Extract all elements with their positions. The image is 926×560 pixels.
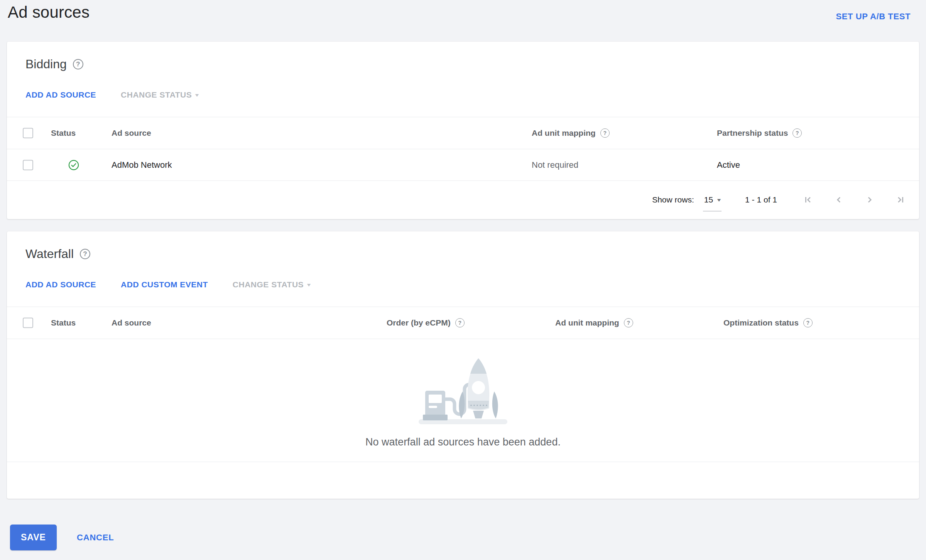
bidding-title: Bidding [25,57,67,71]
save-button[interactable]: SAVE [10,525,57,550]
help-icon[interactable]: ? [73,59,83,69]
ad-source-name: AdMob Network [112,160,172,170]
help-icon[interactable]: ? [80,249,90,259]
first-page-button[interactable] [803,194,813,205]
pagination-range: 1 - 1 of 1 [745,195,777,204]
column-order-by-ecpm-label: Order (by eCPM) [387,318,451,327]
chevron-down-icon: ▾ [717,197,721,202]
page-title: Ad sources [8,3,90,22]
chevron-down-icon: ▾ [195,92,199,98]
column-ad-unit-mapping-label: Ad unit mapping [532,128,596,138]
chevron-down-icon: ▾ [307,282,311,287]
waterfall-card: Waterfall ? ADD AD SOURCE ADD CUSTOM EVE… [7,231,919,499]
empty-state-message: No waterfall ad sources have been added. [365,436,561,448]
add-ad-source-button[interactable]: ADD AD SOURCE [25,280,96,289]
waterfall-title: Waterfall [25,247,74,261]
column-partnership-status: Partnership status ? [717,128,802,138]
column-optimization-status-label: Optimization status [723,318,799,327]
waterfall-table: Status Ad source Order (by eCPM) ? Ad un… [7,307,919,499]
select-all-checkbox[interactable] [23,128,33,138]
help-icon[interactable]: ? [803,318,813,327]
rocket-fuel-pump-illustration [417,353,509,426]
column-ad-unit-mapping: Ad unit mapping ? [532,128,610,138]
help-icon[interactable]: ? [793,128,802,138]
last-page-button[interactable] [895,194,906,205]
rows-per-page-select[interactable]: 15 ▾ [704,195,720,204]
partnership-status-value: Active [717,160,740,170]
previous-page-button[interactable] [833,194,844,205]
pagination-bar: Show rows: 15 ▾ 1 - 1 of 1 [7,181,919,218]
column-ad-source: Ad source [112,128,151,138]
waterfall-table-footer [7,462,919,499]
table-row: AdMob Network Not required Active [7,149,919,181]
change-status-button[interactable]: CHANGE STATUS ▾ [121,90,199,100]
next-page-button[interactable] [864,194,875,205]
help-icon[interactable]: ? [600,128,610,138]
column-status: Status [51,128,76,138]
setup-ab-test-link[interactable]: SET UP A/B TEST [836,12,911,22]
row-checkbox[interactable] [23,160,33,170]
cancel-button[interactable]: CANCEL [77,533,114,543]
waterfall-actions: ADD AD SOURCE ADD CUSTOM EVENT CHANGE ST… [7,280,919,290]
column-partnership-status-label: Partnership status [717,128,788,138]
waterfall-table-header: Status Ad source Order (by eCPM) ? Ad un… [7,307,919,339]
bidding-header: Bidding ? [7,42,919,71]
column-optimization-status: Optimization status ? [723,318,813,327]
bidding-actions: ADD AD SOURCE CHANGE STATUS ▾ [7,90,919,100]
change-status-label: CHANGE STATUS [233,280,304,289]
column-ad-unit-mapping: Ad unit mapping ? [555,318,633,327]
waterfall-empty-state: No waterfall ad sources have been added. [7,339,919,462]
bottom-action-bar: SAVE CANCEL [10,525,114,550]
add-ad-source-button[interactable]: ADD AD SOURCE [25,90,96,100]
status-enabled-icon [68,160,79,170]
column-ad-unit-mapping-label: Ad unit mapping [555,318,619,327]
column-order-by-ecpm: Order (by eCPM) ? [387,318,465,327]
bidding-table-header: Status Ad source Ad unit mapping ? Partn… [7,117,919,149]
ad-unit-mapping-value: Not required [532,160,578,170]
change-status-button[interactable]: CHANGE STATUS ▾ [233,280,311,289]
help-icon[interactable]: ? [624,318,633,327]
select-all-checkbox[interactable] [23,318,33,328]
column-status: Status [51,318,76,327]
rows-per-page-value: 15 [704,195,713,204]
add-custom-event-button[interactable]: ADD CUSTOM EVENT [121,280,208,289]
bidding-table: Status Ad source Ad unit mapping ? Partn… [7,117,919,218]
waterfall-header: Waterfall ? [7,231,919,261]
column-ad-source: Ad source [112,318,151,327]
change-status-label: CHANGE STATUS [121,90,192,100]
show-rows-label: Show rows: [652,195,694,204]
bidding-card: Bidding ? ADD AD SOURCE CHANGE STATUS ▾ … [7,42,919,219]
help-icon[interactable]: ? [455,318,465,327]
